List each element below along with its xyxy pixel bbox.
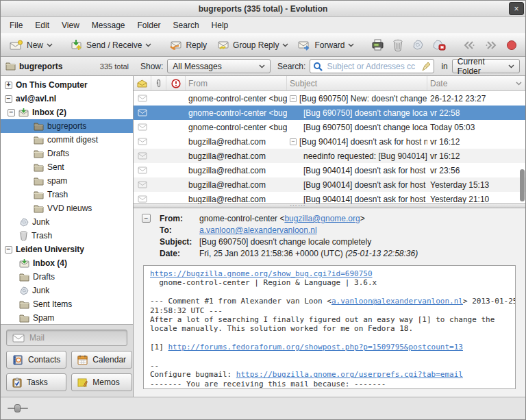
table-row-selected[interactable]: gnome-control-center <bugzi... [Bug 6907… [134,106,525,120]
menubar: File Edit View Message Folder Search Hel… [1,17,525,33]
switcher-contacts-button[interactable]: Contacts [6,351,66,369]
thread-collapse-icon[interactable]: − [290,95,297,102]
sidebar-item-account-leiden[interactable]: − Leiden University [1,243,133,256]
junk-button[interactable] [408,36,428,53]
menu-edit[interactable]: Edit [29,18,55,33]
delete-button[interactable] [388,36,408,54]
sidebar-item-inbox-leiden[interactable]: Inbox (4) [1,256,133,270]
bugmail-prefs-link[interactable]: https://bugzilla.gnome.org/userprefs.cgi… [236,370,463,379]
table-row[interactable]: bugzilla@redhat.com [Bug 904014] doesn't… [134,163,525,177]
sidebar-item-on-this-computer[interactable]: + On This Computer [1,78,133,92]
subject-column-header[interactable]: Subject [287,76,427,90]
search-label: Search: [277,62,305,71]
group-reply-label: Group Reply [233,40,279,50]
group-reply-button[interactable]: Group Reply [212,37,293,53]
from-email-link[interactable]: bugzilla@gnome.org [284,214,360,223]
to-email-link[interactable]: a.vanloon@alexandervanloon.nl [199,225,317,235]
close-button[interactable]: × [509,2,524,15]
mail-icon [12,334,25,343]
mail-main-pane: From Subject Date gnome-control-center <… [134,76,525,397]
priority-column-header[interactable] [166,76,186,90]
search-scope-dropdown[interactable]: Current Folder [452,59,520,73]
show-filter-dropdown[interactable]: All Messages [167,59,271,73]
table-row[interactable]: bugzilla@redhat.com needinfo requested: … [134,149,525,163]
stop-button[interactable] [502,37,521,53]
thread-collapse-icon[interactable]: − [290,138,297,145]
sidebar-item-sent-items-leiden[interactable]: Sent Items [1,297,133,311]
sidebar-item-inbox-avl[interactable]: − Inbox (2) [1,106,133,119]
status-column-header[interactable] [134,76,151,90]
date-column-header[interactable]: Date [427,76,525,90]
subject-label: Subject: [160,237,199,247]
print-button[interactable] [367,36,388,53]
switcher-mail-button[interactable]: Mail [6,330,127,346]
table-row[interactable]: bugzilla@redhat.com −[Bug 904014] doesn'… [134,134,525,149]
list-scrollbar[interactable] [520,169,525,201]
trash-icon [19,231,28,240]
collapse-icon[interactable]: − [8,109,15,116]
attachment-column-header[interactable] [151,76,166,90]
menu-file[interactable]: File [3,18,29,33]
junk-icon [412,39,424,51]
sidebar-item-account-avl[interactable]: − avl@avl.nl [1,92,133,106]
sidebar-item-sent-avl[interactable]: Sent [1,160,133,174]
forward-button[interactable]: Forward [293,37,359,53]
previous-button[interactable] [458,38,480,53]
menu-message[interactable]: Message [86,18,132,33]
bug-url-link[interactable]: https://bugzilla.gnome.org/show_bug.cgi?… [150,269,373,278]
calendar-icon [77,355,88,365]
send-receive-button[interactable]: Send / Receive [66,36,156,53]
new-mail-icon [10,40,23,51]
collapse-icon[interactable]: − [5,95,12,103]
forum-url-link[interactable]: http://forums.fedoraforum.org/showpost.p… [168,343,463,351]
sidebar-item-junk-leiden[interactable]: Junk [1,284,133,297]
sidebar-item-spam-leiden[interactable]: Spam [1,311,133,324]
switcher-tasks-button[interactable]: Tasks [6,373,66,391]
switcher-memos-button[interactable]: Memos [71,373,132,391]
not-junk-button[interactable] [428,36,450,53]
sidebar-item-trash-folder-avl[interactable]: Trash [1,188,133,201]
folder-icon [19,314,29,323]
from-column-header[interactable]: From [186,76,287,90]
message-body: https://bugzilla.gnome.org/show_bug.cgi?… [143,265,516,389]
search-input[interactable] [325,61,419,72]
collapse-headers-button[interactable]: − [142,214,151,223]
sidebar-item-bugreports[interactable]: bugreports [1,119,133,133]
inbox-icon [19,259,29,268]
switcher-size-slider[interactable] [8,404,28,413]
next-button[interactable] [480,38,502,53]
body-line: [1] http://forums.fedoraforum.org/showpo… [150,343,509,351]
menu-folder[interactable]: Folder [132,18,167,33]
reply-button[interactable]: Reply [164,37,212,53]
expand-icon[interactable]: + [5,82,12,89]
sidebar-item-vvd-nieuws[interactable]: VVD nieuws [1,201,133,215]
envelope-icon [134,163,151,177]
pane-splitter[interactable]: ⋯⋯ [134,203,525,208]
sidebar-item-commit-digest[interactable]: commit digest [1,133,133,147]
menu-search[interactable]: Search [167,18,205,33]
menu-view[interactable]: View [55,18,86,33]
table-row[interactable]: bugzilla@redhat.com [Bug 904014] doesn't… [134,192,525,203]
sidebar-item-junk-avl[interactable]: Junk [1,215,133,229]
table-row[interactable]: bugzilla@redhat.com [Bug 904014] doesn't… [134,177,525,192]
sidebar-item-trash-avl[interactable]: Trash [1,229,133,243]
new-button[interactable]: New [5,37,58,53]
switcher-tasks-label: Tasks [27,378,48,387]
date-value: Fri, 25 Jan 2013 21:58:36 +0000 (UTC) (2… [199,249,516,258]
body-line: 21:58:32 UTC --- [150,306,509,315]
table-row[interactable]: gnome-control-center <bugzi... −[Bug 690… [134,91,525,106]
clear-search-icon[interactable] [422,62,431,71]
envelope-icon [134,149,151,163]
sidebar-item-spam-avl[interactable]: spam [1,174,133,188]
sidebar-item-drafts-avl[interactable]: Drafts [1,147,133,160]
switcher-calendar-button[interactable]: Calendar [71,351,132,369]
content-area: + On This Computer − avl@avl.nl − Inbox … [1,76,525,397]
commenter-email-link[interactable]: a.vanloon@alexandervanloon.nl [331,297,463,306]
table-row[interactable]: gnome-control-center <bugzi... [Bug 6907… [134,120,525,134]
current-folder-name: bugreports [19,62,62,71]
menu-help[interactable]: Help [205,18,235,33]
chevron-down-icon [145,43,151,47]
sidebar-item-drafts-leiden[interactable]: Drafts [1,270,133,284]
message-headers: − From: gnome-control-center <bugzilla@g… [134,208,525,263]
collapse-icon[interactable]: − [5,246,12,254]
